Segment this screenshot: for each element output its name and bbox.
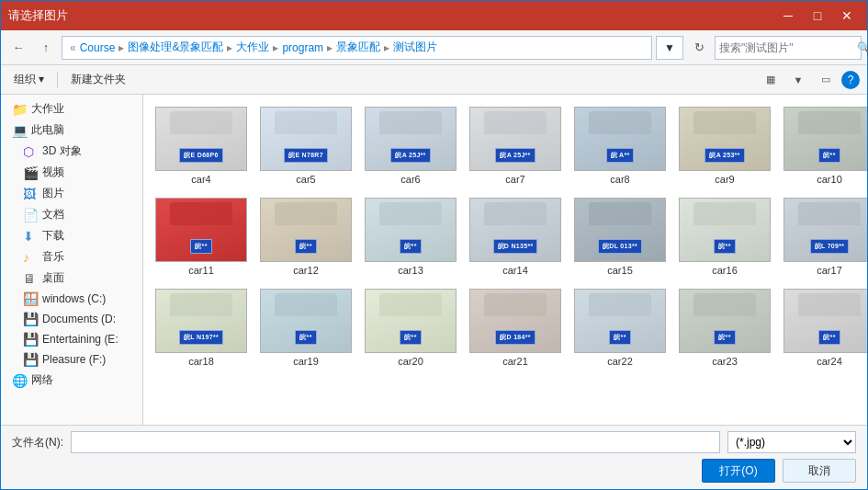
file-item-car16[interactable]: 皖**car16 [674, 193, 775, 280]
file-item-car12[interactable]: 皖**car12 [255, 193, 356, 280]
help-button[interactable]: ? [841, 71, 860, 89]
sidebar-item-dawozuoye[interactable]: 📁 大作业 [1, 98, 142, 120]
breadcrumb-item-2[interactable]: 大作业 [236, 40, 269, 55]
network-icon: 🌐 [12, 373, 27, 388]
file-name-car17: car17 [817, 265, 842, 276]
filename-input[interactable] [71, 431, 720, 453]
file-item-car17[interactable]: 皖L 709**car17 [779, 193, 867, 280]
file-name-car20: car20 [398, 356, 423, 367]
organize-button[interactable]: 组织 ▾ [8, 70, 50, 89]
video-icon: 🎬 [23, 165, 38, 180]
filetype-select[interactable]: (*.jpg) [727, 431, 856, 453]
path-dropdown[interactable]: ▼ [656, 36, 683, 60]
file-name-car12: car12 [293, 265, 319, 276]
search-input[interactable] [719, 41, 857, 54]
desktop-icon: 🖥 [23, 271, 38, 286]
breadcrumb-item-3[interactable]: program [282, 41, 323, 54]
file-item-car4[interactable]: 皖E D68P6car4 [151, 102, 252, 189]
file-item-car7[interactable]: 皖A 25J**car7 [465, 102, 566, 189]
up-button[interactable]: ↑ [34, 36, 58, 60]
file-item-car8[interactable]: 皖 A**car8 [569, 102, 671, 189]
sidebar-item-documents[interactable]: 📄 文档 [1, 204, 142, 225]
file-item-car5[interactable]: 皖E N78R7car5 [255, 102, 356, 189]
sidebar-item-pictures[interactable]: 🖼 图片 [1, 183, 142, 204]
sidebar-label-network: 网络 [31, 372, 53, 388]
file-item-car11[interactable]: 皖**car11 [151, 193, 252, 280]
breadcrumb-item-0[interactable]: Course [80, 41, 116, 54]
search-icon[interactable]: 🔍 [857, 41, 868, 54]
new-folder-button[interactable]: 新建文件夹 [65, 70, 131, 89]
toolbar-right: ▦ ▼ ▭ ? [759, 70, 860, 90]
file-thumbnail-car18: 皖L N197** [155, 289, 247, 353]
sidebar-item-3dobjects[interactable]: ⬡ 3D 对象 [1, 141, 142, 162]
content-area: 📁 大作业 💻 此电脑 ⬡ 3D 对象 🎬 视频 🖼 图片 📄 文档 [1, 95, 867, 425]
file-name-car9: car9 [715, 174, 734, 185]
file-item-car20[interactable]: 皖**car20 [360, 284, 461, 371]
back-button[interactable]: ← [6, 36, 30, 60]
file-thumbnail-car15: 皖DL 013** [574, 198, 666, 262]
file-name-car19: car19 [293, 356, 319, 367]
view-toggle-button[interactable]: ▦ [759, 70, 783, 90]
minimize-button[interactable]: ─ [775, 6, 801, 26]
file-grid: 皖E D68P6car4皖E N78R7car5皖A 25J**car6皖A 2… [151, 102, 860, 371]
file-thumbnail-car12: 皖** [260, 198, 352, 262]
cancel-button[interactable]: 取消 [783, 459, 856, 483]
breadcrumb-item-5[interactable]: 测试图片 [393, 40, 437, 55]
open-button[interactable]: 打开(O) [702, 459, 775, 483]
file-item-car21[interactable]: 皖D 184**car21 [465, 284, 566, 371]
drive-d-icon: 💾 [23, 312, 38, 326]
drive-e-icon: 💾 [23, 332, 38, 347]
sidebar-label-videos: 视频 [42, 165, 64, 180]
sidebar-item-desktop[interactable]: 🖥 桌面 [1, 268, 142, 289]
file-name-car22: car22 [607, 356, 633, 367]
sidebar-item-downloads[interactable]: ⬇ 下载 [1, 225, 142, 246]
file-thumbnail-car22: 皖** [574, 289, 666, 353]
toolbar: 组织 ▾ 新建文件夹 ▦ ▼ ▭ ? [1, 65, 867, 95]
refresh-button[interactable]: ↻ [687, 36, 711, 60]
sidebar-label-music: 音乐 [42, 249, 64, 265]
file-item-car10[interactable]: 皖**car10 [779, 102, 867, 189]
file-thumbnail-car19: 皖** [260, 289, 352, 353]
file-thumbnail-car9: 皖A 253** [679, 107, 771, 171]
file-item-car13[interactable]: 皖**car13 [360, 193, 461, 280]
address-bar: ← ↑ « Course ▸ 图像处理&景象匹配 ▸ 大作业 ▸ program… [1, 30, 867, 65]
view-dropdown-button[interactable]: ▼ [786, 70, 810, 90]
sidebar-item-documents-d[interactable]: 💾 Documents (D: [1, 309, 142, 329]
file-item-car23[interactable]: 皖**car23 [674, 284, 775, 371]
file-item-car18[interactable]: 皖L N197**car18 [151, 284, 252, 371]
file-name-car10: car10 [817, 174, 842, 185]
sidebar-item-thispc[interactable]: 💻 此电脑 [1, 120, 142, 141]
sidebar-label-thispc: 此电脑 [31, 122, 64, 138]
picture-icon: 🖼 [23, 187, 38, 201]
sidebar-item-videos[interactable]: 🎬 视频 [1, 162, 142, 183]
sidebar-item-entertaining[interactable]: 💾 Entertaining (E: [1, 329, 142, 349]
file-thumbnail-car24: 皖** [783, 289, 867, 353]
file-thumbnail-car23: 皖** [679, 289, 771, 353]
sidebar-item-pleasure[interactable]: 💾 Pleasure (F:) [1, 349, 142, 370]
file-thumbnail-car6: 皖A 25J** [365, 107, 457, 171]
file-item-car14[interactable]: 皖D N135**car14 [465, 193, 566, 280]
breadcrumb-start: « [70, 41, 76, 54]
file-item-car24[interactable]: 皖**car24 [779, 284, 867, 371]
file-item-car19[interactable]: 皖**car19 [255, 284, 356, 371]
file-thumbnail-car7: 皖A 25J** [469, 107, 561, 171]
file-item-car6[interactable]: 皖A 25J**car6 [360, 102, 461, 189]
breadcrumb: « Course ▸ 图像处理&景象匹配 ▸ 大作业 ▸ program ▸ 景… [62, 36, 652, 60]
file-item-car15[interactable]: 皖DL 013**car15 [569, 193, 671, 280]
panel-button[interactable]: ▭ [814, 70, 838, 90]
sidebar-item-network[interactable]: 🌐 网络 [1, 370, 142, 391]
sidebar-item-music[interactable]: ♪ 音乐 [1, 246, 142, 268]
file-thumbnail-car21: 皖D 184** [469, 289, 561, 353]
sidebar-item-windows-c[interactable]: 🪟 windows (C:) [1, 289, 142, 309]
folder-icon: 📁 [12, 102, 27, 117]
close-button[interactable]: ✕ [834, 6, 860, 26]
breadcrumb-item-4[interactable]: 景象匹配 [336, 40, 380, 55]
maximize-button[interactable]: □ [805, 6, 830, 26]
file-thumbnail-car10: 皖** [783, 107, 867, 171]
breadcrumb-item-1[interactable]: 图像处理&景象匹配 [128, 40, 223, 55]
search-box: 🔍 [715, 36, 862, 60]
dialog-title: 请选择图片 [8, 7, 68, 24]
file-item-car9[interactable]: 皖A 253**car9 [674, 102, 775, 189]
sidebar-label-3d: 3D 对象 [42, 143, 82, 159]
file-item-car22[interactable]: 皖**car22 [569, 284, 671, 371]
